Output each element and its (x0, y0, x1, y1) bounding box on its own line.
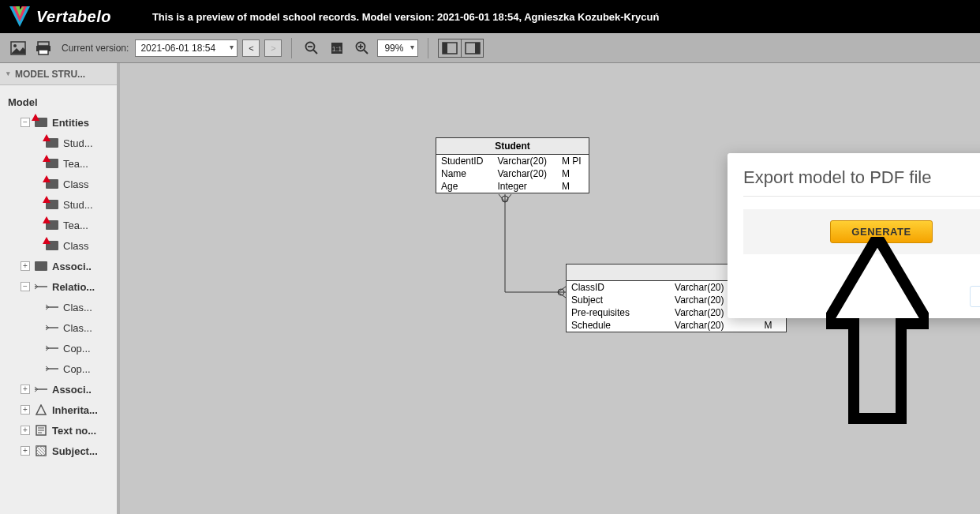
zoom-select[interactable]: 99% (377, 39, 418, 57)
close-button[interactable]: Close (970, 286, 980, 307)
svg-line-14 (364, 50, 368, 54)
tree-subject-areas[interactable]: + Subject... (0, 441, 117, 461)
zoom-value: 99% (384, 43, 403, 54)
relationship-icon (35, 281, 47, 292)
sidebar: MODEL STRU... Model − Entities Stud... T… (0, 63, 120, 514)
association-link-icon (35, 384, 47, 395)
tree-entities[interactable]: − Entities (0, 112, 117, 133)
tree-inheritances[interactable]: + Inherita... (0, 400, 117, 420)
svg-marker-39 (36, 405, 46, 415)
expand-icon[interactable]: + (21, 426, 30, 435)
tree-entity-item[interactable]: Class (0, 174, 117, 194)
print-icon[interactable] (33, 38, 54, 58)
diagram-canvas[interactable]: Student StudentIDVarchar(20)M PI NameVar… (120, 63, 980, 514)
tree-entity-item[interactable]: Tea... (0, 153, 117, 174)
expand-icon[interactable]: + (21, 385, 30, 394)
svg-point-4 (13, 44, 17, 47)
tree-relation-item[interactable]: Cop... (0, 358, 117, 379)
generate-wrap: GENERATE (743, 209, 980, 254)
entity-icon (46, 178, 58, 189)
expand-icon[interactable]: + (21, 446, 30, 456)
version-select-value: 2021-06-01 18:54 (140, 43, 215, 54)
tree-relation-item[interactable]: Cop... (0, 338, 117, 358)
svg-text:1:1: 1:1 (332, 45, 342, 53)
divider (743, 196, 980, 197)
inheritance-icon (35, 404, 47, 415)
entity-student-title: Student (436, 138, 589, 155)
preview-banner-text: This is a preview of model school record… (152, 11, 660, 23)
generate-button[interactable]: GENERATE (830, 220, 932, 243)
model-tree: Model − Entities Stud... Tea... Class St… (0, 85, 117, 467)
relationship-icon (46, 363, 58, 374)
svg-rect-5 (38, 42, 49, 46)
brand[interactable]: Vertabelo (0, 6, 121, 27)
svg-rect-7 (39, 50, 48, 54)
tree-relation-item[interactable]: Clas... (0, 317, 117, 338)
svg-line-9 (313, 50, 317, 54)
subject-area-icon (35, 445, 47, 456)
svg-point-50 (558, 289, 564, 295)
tree-associations-2[interactable]: + Associ.. (0, 379, 117, 400)
zoom-out-icon[interactable] (301, 38, 322, 58)
expand-icon[interactable]: + (21, 405, 30, 415)
export-image-icon[interactable] (8, 38, 28, 58)
zoom-reset-icon[interactable]: 1:1 (327, 38, 347, 58)
entity-folder-icon (35, 117, 47, 128)
svg-rect-18 (443, 43, 447, 54)
separator (291, 38, 292, 58)
entity-icon (46, 240, 58, 251)
svg-rect-20 (475, 43, 480, 54)
relationship-icon (46, 343, 58, 354)
toolbar: Current version: 2021-06-01 18:54 < > 1:… (0, 33, 980, 63)
tree-entity-item[interactable]: Stud... (0, 194, 117, 215)
svg-line-49 (505, 194, 511, 202)
tree-associations[interactable]: + Associ.. (0, 256, 117, 276)
top-bar: Vertabelo This is a preview of model sch… (0, 0, 980, 33)
main: MODEL STRU... Model − Entities Stud... T… (0, 63, 980, 514)
svg-point-47 (502, 196, 508, 202)
relationship-icon (46, 302, 58, 313)
version-prev-button[interactable]: < (242, 39, 260, 57)
collapse-icon[interactable]: − (21, 282, 30, 291)
tree-relation-item[interactable]: Clas... (0, 297, 117, 317)
entity-icon (46, 219, 58, 231)
tree-relationships[interactable]: − Relatio... (0, 276, 117, 297)
zoom-in-icon[interactable] (352, 38, 372, 58)
brand-text: Vertabelo (36, 8, 111, 26)
entity-student-columns: StudentIDVarchar(20)M PI NameVarchar(20)… (436, 155, 589, 193)
panel-toggle-group (438, 39, 484, 58)
version-select[interactable]: 2021-06-01 18:54 (135, 39, 238, 57)
tree-entity-item[interactable]: Tea... (0, 215, 117, 235)
tree-entity-item[interactable]: Stud... (0, 133, 117, 153)
right-panel-toggle[interactable] (461, 39, 483, 57)
relationship-icon (46, 322, 58, 333)
svg-line-51 (558, 287, 566, 292)
text-note-icon (35, 425, 47, 436)
entity-icon (46, 199, 58, 210)
entity-student[interactable]: Student StudentIDVarchar(20)M PI NameVar… (436, 137, 589, 193)
tree-root-model[interactable]: Model (0, 92, 117, 112)
entity-icon (46, 158, 58, 169)
export-pdf-modal: × Export model to PDF file GENERATE Clos… (728, 153, 980, 318)
modal-title: Export model to PDF file (743, 167, 980, 188)
current-version-label: Current version: (62, 43, 129, 54)
entity-icon (46, 137, 58, 148)
sidebar-panel-title[interactable]: MODEL STRU... (0, 63, 117, 85)
tree-entity-item[interactable]: Class (0, 235, 117, 256)
left-panel-toggle[interactable] (439, 39, 461, 57)
association-icon (35, 261, 47, 272)
tree-text-notes[interactable]: + Text no... (0, 420, 117, 441)
svg-line-48 (499, 194, 505, 202)
expand-icon[interactable]: + (21, 261, 30, 271)
separator (428, 38, 428, 58)
svg-line-52 (558, 292, 566, 298)
vertabelo-logo-icon (9, 6, 30, 27)
collapse-icon[interactable]: − (21, 118, 30, 127)
version-next-button[interactable]: > (264, 39, 282, 57)
